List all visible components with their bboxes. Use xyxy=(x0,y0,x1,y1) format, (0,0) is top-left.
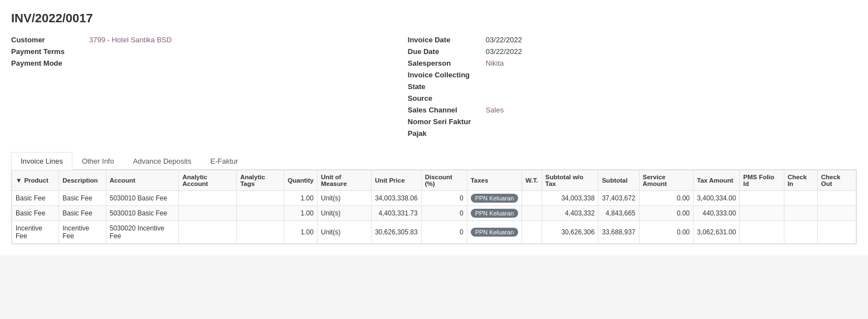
source-label: Source xyxy=(408,94,486,102)
table-cell: 30,626,305.83 xyxy=(371,221,421,244)
payment-mode-label: Payment Mode xyxy=(11,59,89,67)
info-section: Customer 3799 - Hotel Santika BSD Paymen… xyxy=(11,36,857,141)
nomor-seri-row: Nomor Seri Faktur xyxy=(408,117,857,126)
table-row[interactable]: Incentive FeeIncentive Fee5030020 Incent… xyxy=(12,221,856,244)
table-cell: Basic Fee xyxy=(59,206,106,221)
table-cell: 5030010 Basic Fee xyxy=(106,206,179,221)
table-cell: Unit(s) xyxy=(317,221,371,244)
sales-channel-label: Sales Channel xyxy=(408,106,486,114)
th-discount: Discount (%) xyxy=(421,170,467,191)
page-title: INV/2022/0017 xyxy=(11,11,857,26)
table-cell: 0 xyxy=(421,221,467,244)
th-wt: W.T. xyxy=(522,170,542,191)
sales-channel-row: Sales Channel Sales xyxy=(408,106,857,114)
table-cell: 4,403,331.73 xyxy=(371,206,421,221)
customer-label: Customer xyxy=(11,36,89,44)
due-date-value: 03/22/2022 xyxy=(486,47,522,56)
table-cell xyxy=(740,206,784,221)
table-header-row: ▼ Product Description Account Analytic A… xyxy=(12,170,856,191)
table-cell: Incentive Fee xyxy=(59,221,106,244)
source-row: Source xyxy=(408,94,857,102)
invoice-date-value: 03/22/2022 xyxy=(486,36,522,44)
th-tax-amount: Tax Amount xyxy=(694,170,740,191)
table-cell xyxy=(179,221,237,244)
table-cell: 0.00 xyxy=(639,191,694,206)
salesperson-value[interactable]: Nikita xyxy=(486,59,504,67)
due-date-row: Due Date 03/22/2022 xyxy=(408,47,857,56)
table-cell xyxy=(237,221,284,244)
tab-other-info[interactable]: Other Info xyxy=(72,152,124,170)
th-quantity: Quantity xyxy=(284,170,318,191)
th-check-in: Check In xyxy=(784,170,817,191)
info-right: Invoice Date 03/22/2022 Due Date 03/22/2… xyxy=(408,36,857,141)
tab-advance-deposits[interactable]: Advance Deposits xyxy=(124,152,201,170)
tab-invoice-lines[interactable]: Invoice Lines xyxy=(11,152,72,170)
invoice-date-row: Invoice Date 03/22/2022 xyxy=(408,36,857,44)
table-cell: 4,403,332 xyxy=(542,206,598,221)
table-cell: 1.00 xyxy=(284,206,318,221)
state-label: State xyxy=(408,82,486,91)
th-analytic-tags: Analytic Tags xyxy=(237,170,284,191)
table-cell xyxy=(817,206,856,221)
th-pms-folio-id: PMS Folio Id xyxy=(740,170,784,191)
tab-bar: Invoice Lines Other Info Advance Deposit… xyxy=(11,152,857,170)
th-analytic-account: Analytic Account xyxy=(179,170,237,191)
main-page: INV/2022/0017 Customer 3799 - Hotel Sant… xyxy=(0,0,868,256)
table-cell xyxy=(522,221,542,244)
tax-badge: PPN Keluaran xyxy=(471,209,519,218)
table-cell xyxy=(740,191,784,206)
table-cell: 1.00 xyxy=(284,221,318,244)
table-cell: Incentive Fee xyxy=(12,221,59,244)
table-cell: Unit(s) xyxy=(317,191,371,206)
customer-value[interactable]: 3799 - Hotel Santika BSD xyxy=(89,36,172,44)
th-unit-price: Unit Price xyxy=(371,170,421,191)
salesperson-row: Salesperson Nikita xyxy=(408,59,857,67)
salesperson-label: Salesperson xyxy=(408,59,486,67)
table-cell xyxy=(237,191,284,206)
customer-row: Customer 3799 - Hotel Santika BSD xyxy=(11,36,386,44)
pajak-row: Pajak xyxy=(408,129,857,138)
table-cell: 30,626,306 xyxy=(542,221,598,244)
table-cell: 34,003,338 xyxy=(542,191,598,206)
table-cell xyxy=(522,206,542,221)
payment-mode-row: Payment Mode xyxy=(11,59,386,67)
table-row[interactable]: Basic FeeBasic Fee5030010 Basic Fee1.00U… xyxy=(12,191,856,206)
table-cell: Unit(s) xyxy=(317,206,371,221)
th-service-amount: Service Amount xyxy=(639,170,694,191)
table-section: ▼ Product Description Account Analytic A… xyxy=(11,170,857,244)
invoice-collecting-label: Invoice Collecting xyxy=(408,71,486,79)
table-cell: 37,403,672 xyxy=(598,191,639,206)
table-row[interactable]: Basic FeeBasic Fee5030010 Basic Fee1.00U… xyxy=(12,206,856,221)
info-left: Customer 3799 - Hotel Santika BSD Paymen… xyxy=(11,36,386,141)
th-description: Description xyxy=(59,170,106,191)
payment-terms-row: Payment Terms xyxy=(11,47,386,56)
table-cell: 3,062,631.00 xyxy=(694,221,740,244)
table-cell: 5030010 Basic Fee xyxy=(106,191,179,206)
table-cell: 34,003,338.06 xyxy=(371,191,421,206)
pajak-label: Pajak xyxy=(408,129,486,138)
table-cell: Basic Fee xyxy=(59,191,106,206)
th-subtotal-wo-tax: Subtotal w/o Tax xyxy=(542,170,598,191)
sales-channel-value[interactable]: Sales xyxy=(486,106,504,114)
table-cell xyxy=(817,221,856,244)
table-cell xyxy=(784,221,817,244)
table-cell: 5030020 Incentive Fee xyxy=(106,221,179,244)
table-cell xyxy=(740,221,784,244)
table-cell xyxy=(817,191,856,206)
table-cell: 1.00 xyxy=(284,191,318,206)
invoice-collecting-row: Invoice Collecting xyxy=(408,71,857,79)
th-product: ▼ Product xyxy=(12,170,59,191)
invoice-lines-table: ▼ Product Description Account Analytic A… xyxy=(12,170,856,244)
table-cell: 33,688,937 xyxy=(598,221,639,244)
th-taxes: Taxes xyxy=(467,170,522,191)
table-cell: Basic Fee xyxy=(12,191,59,206)
due-date-label: Due Date xyxy=(408,47,486,56)
state-row: State xyxy=(408,82,857,91)
tab-e-faktur[interactable]: E-Faktur xyxy=(201,152,247,170)
table-cell xyxy=(179,191,237,206)
sort-arrow-icon[interactable]: ▼ xyxy=(16,177,22,184)
tax-badge: PPN Keluaran xyxy=(471,228,519,237)
table-cell xyxy=(237,206,284,221)
payment-terms-label: Payment Terms xyxy=(11,47,89,56)
th-subtotal: Subtotal xyxy=(598,170,639,191)
